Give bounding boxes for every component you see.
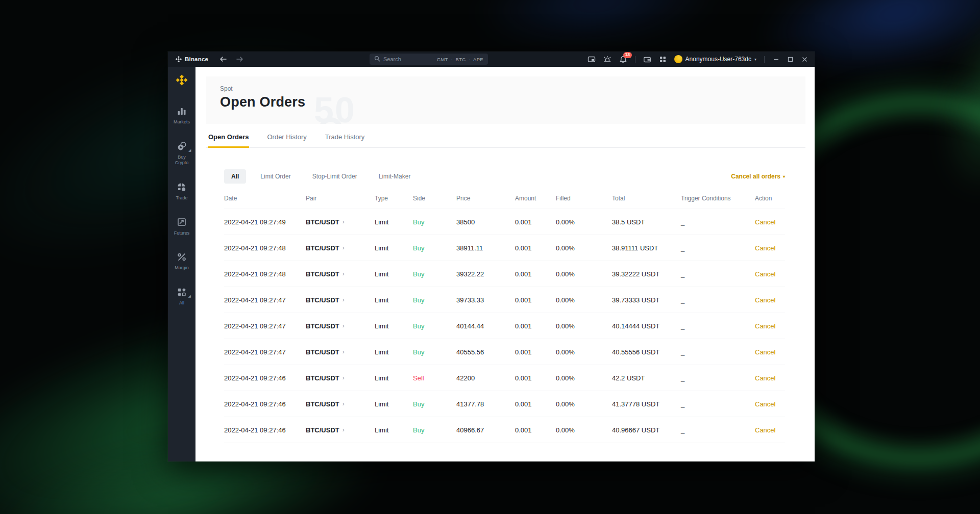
chevron-right-icon: ›: [342, 322, 345, 329]
search-input[interactable]: [383, 56, 427, 62]
cell-total: 40.55556 USDT: [612, 348, 681, 356]
pair-label: BTC/USDT: [306, 244, 339, 252]
cell-side: Buy: [413, 322, 456, 330]
apps-grid-icon[interactable]: [659, 56, 667, 63]
cancel-order-button[interactable]: Cancel: [755, 348, 775, 356]
sidebar-item-label: Trade: [173, 195, 190, 201]
cancel-order-button[interactable]: Cancel: [755, 426, 775, 434]
cell-type: Limit: [375, 322, 413, 330]
pair-label: BTC/USDT: [306, 348, 339, 356]
cell-pair-link[interactable]: BTC/USDT ›: [306, 270, 375, 278]
popout-window-icon[interactable]: [587, 56, 596, 63]
cell-side: Buy: [413, 218, 456, 226]
cell-trigger-conditions: _: [681, 296, 755, 304]
cancel-order-button[interactable]: Cancel: [755, 270, 775, 278]
cell-pair-link[interactable]: BTC/USDT ›: [306, 348, 375, 356]
cell-filled: 0.00%: [556, 296, 612, 304]
cell-date: 2022-04-21 09:27:47: [224, 322, 306, 330]
wallet-icon[interactable]: [643, 56, 651, 63]
search-tokens: GMT · BTC · APE: [437, 57, 483, 62]
sidebar-item-trade[interactable]: Trade: [168, 182, 195, 201]
tab-open-orders[interactable]: Open Orders: [208, 131, 249, 147]
filter-all[interactable]: All: [224, 169, 246, 184]
cell-amount: 0.001: [515, 374, 556, 382]
cell-price: 41377.78: [456, 400, 515, 408]
minimize-button[interactable]: [773, 57, 779, 62]
cell-pair-link[interactable]: BTC/USDT ›: [306, 322, 375, 330]
cell-amount: 0.001: [515, 348, 556, 356]
sidebar-item-all[interactable]: ◢ All: [168, 287, 195, 306]
table-row: 2022-04-21 09:27:48 BTC/USDT › Limit Buy…: [224, 235, 785, 261]
cancel-all-orders-button[interactable]: Cancel all orders ▾: [731, 173, 785, 180]
cancel-order-button[interactable]: Cancel: [755, 296, 775, 304]
cell-filled: 0.00%: [556, 218, 612, 226]
cancel-order-button[interactable]: Cancel: [755, 400, 775, 408]
chevron-right-icon: ›: [342, 426, 345, 433]
trade-icon: [177, 182, 187, 193]
sidebar-item-margin[interactable]: Margin: [168, 251, 195, 271]
filter-limit-order[interactable]: Limit Order: [253, 169, 298, 184]
token-gmt[interactable]: GMT: [437, 57, 448, 62]
cell-amount: 0.001: [515, 400, 556, 408]
futures-icon: [177, 217, 187, 228]
maximize-button[interactable]: [788, 57, 793, 62]
chevron-right-icon: ›: [342, 296, 345, 303]
column-header-action: Action: [755, 195, 786, 202]
token-ape[interactable]: APE: [473, 57, 483, 62]
avatar: [674, 55, 682, 63]
divider: [635, 56, 635, 63]
chevron-right-icon: ›: [342, 348, 345, 355]
expand-caret-icon: ◢: [188, 148, 191, 152]
filter-limit-maker[interactable]: Limit-Maker: [372, 169, 418, 184]
tab-order-history[interactable]: Order History: [266, 131, 307, 147]
back-button[interactable]: [219, 56, 227, 62]
token-btc[interactable]: BTC: [456, 57, 466, 62]
cell-pair-link[interactable]: BTC/USDT ›: [306, 244, 375, 252]
cancel-order-button[interactable]: Cancel: [755, 322, 775, 330]
window-controls: [773, 57, 807, 62]
pair-label: BTC/USDT: [306, 400, 339, 408]
table-row: 2022-04-21 09:27:46 BTC/USDT › Limit Buy…: [224, 391, 785, 417]
cell-filled: 0.00%: [556, 374, 612, 382]
notifications-bell-icon[interactable]: 13: [619, 56, 627, 63]
sidebar-item-markets[interactable]: Markets: [168, 106, 195, 125]
cell-side: Buy: [413, 400, 456, 408]
cancel-order-button[interactable]: Cancel: [755, 374, 775, 382]
sidebar-binance-home[interactable]: [175, 73, 188, 89]
cell-pair-link[interactable]: BTC/USDT ›: [306, 218, 375, 226]
filter-stop-limit-order[interactable]: Stop-Limit Order: [305, 169, 364, 184]
column-header-filled: Filled: [556, 195, 612, 202]
bg-glow-green-right-edge: [888, 0, 980, 255]
close-button[interactable]: [802, 57, 807, 62]
cell-amount: 0.001: [515, 426, 556, 434]
cell-side: Buy: [413, 426, 456, 434]
sidebar-item-futures[interactable]: Futures: [168, 217, 195, 237]
user-menu[interactable]: Anonymous-User-763dc ▾: [674, 55, 756, 63]
forward-button[interactable]: [236, 56, 243, 62]
tab-trade-history[interactable]: Trade History: [325, 131, 365, 147]
cell-pair-link[interactable]: BTC/USDT ›: [306, 296, 375, 304]
cancel-order-button[interactable]: Cancel: [755, 218, 775, 226]
cell-side: Sell: [413, 374, 456, 382]
sidebar-item-label: Futures: [172, 230, 192, 237]
sidebar-item-buy-crypto[interactable]: ◢ Buy Crypto: [168, 141, 195, 166]
cell-price: 38500: [456, 218, 515, 226]
cell-pair-link[interactable]: BTC/USDT ›: [306, 400, 375, 408]
page-header-band: Spot Open Orders 50: [206, 76, 805, 124]
cell-trigger-conditions: _: [681, 426, 755, 434]
sidebar-item-label: Buy Crypto: [168, 155, 195, 166]
cell-filled: 0.00%: [556, 270, 612, 278]
all-apps-icon: ◢: [177, 287, 187, 298]
titlebar-right: 13 Anonymous-User-763dc: [587, 55, 807, 63]
cell-type: Limit: [375, 426, 413, 434]
cancel-order-button[interactable]: Cancel: [755, 244, 775, 252]
cell-date: 2022-04-21 09:27:49: [224, 218, 306, 226]
titlebar: Binance: [168, 52, 815, 67]
cell-pair-link[interactable]: BTC/USDT ›: [306, 426, 375, 434]
cell-pair-link[interactable]: BTC/USDT ›: [306, 374, 375, 382]
alarm-icon[interactable]: [603, 56, 611, 63]
cell-total: 39.32222 USDT: [612, 270, 681, 278]
cell-price: 42200: [456, 374, 515, 382]
search-bar[interactable]: GMT · BTC · APE: [370, 54, 488, 65]
table-row: 2022-04-21 09:27:46 BTC/USDT › Limit Buy…: [224, 417, 785, 443]
